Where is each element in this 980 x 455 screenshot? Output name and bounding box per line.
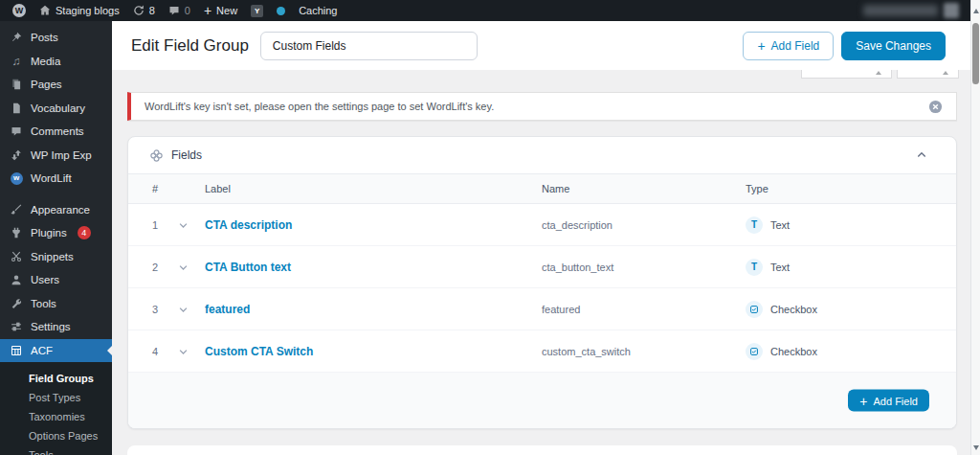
next-panel-partial: [127, 445, 957, 455]
field-row: 2 CTA Button text cta_button_text T Text: [128, 246, 956, 288]
add-field-button-footer[interactable]: + Add Field: [848, 390, 929, 412]
sidebar-item-media[interactable]: ♫ Media: [0, 50, 112, 74]
admin-sidebar: Posts ♫ Media Pages Vocabulary Comments …: [0, 21, 112, 455]
main-content: Edit Field Group + Add Field Save Change…: [112, 21, 970, 455]
sidebar-item-label: WordLift: [31, 172, 72, 184]
sidebar-item-wp-imp-exp[interactable]: WP Imp Exp: [0, 144, 112, 168]
submenu-item-post-types[interactable]: Post Types: [0, 388, 112, 407]
sidebar-item-label: Vocabulary: [31, 102, 85, 114]
sidebar-item-posts[interactable]: Posts: [0, 26, 112, 50]
new-label: New: [216, 5, 237, 16]
sidebar-item-tools[interactable]: Tools: [0, 292, 112, 316]
media-icon: ♫: [10, 56, 23, 67]
updates-count: 8: [149, 5, 155, 16]
sidebar-item-vocabulary[interactable]: Vocabulary: [0, 97, 112, 121]
checkbox-type-icon: [746, 301, 763, 318]
wp-logo-menu[interactable]: W: [6, 0, 33, 21]
field-type: Checkbox: [746, 301, 817, 318]
account-name-blurred: [863, 5, 938, 16]
updates-menu[interactable]: 8: [126, 0, 162, 21]
field-label-link[interactable]: featured: [205, 303, 250, 316]
yoast-seo-icon: Y: [251, 5, 263, 17]
acf-edit-field-group-page: W Staging blogs 8 0 + New Y: [0, 0, 980, 455]
sidebar-item-settings[interactable]: Settings: [0, 315, 112, 339]
account-area[interactable]: [863, 3, 970, 18]
text-type-icon: T: [746, 259, 763, 276]
home-icon: [39, 5, 51, 16]
field-name: custom_cta_switch: [542, 346, 631, 357]
field-name: featured: [542, 304, 580, 315]
submenu-item-options-pages[interactable]: Options Pages: [0, 426, 112, 445]
dismiss-notice-icon[interactable]: [928, 100, 943, 114]
chevron-down-icon[interactable]: [178, 262, 189, 272]
row-number: 4: [152, 346, 158, 357]
sidebar-item-pages[interactable]: Pages: [0, 73, 112, 97]
chevron-down-icon[interactable]: [178, 219, 189, 230]
partial-select-1[interactable]: [801, 70, 892, 79]
brush-icon: [10, 204, 23, 216]
row-number: 3: [152, 304, 158, 315]
text-type-icon: T: [746, 216, 763, 234]
settings-icon: [10, 321, 23, 332]
sidebar-item-wordlift[interactable]: w WordLift: [0, 167, 112, 191]
field-label-link[interactable]: CTA Button text: [205, 261, 291, 274]
plus-icon: +: [757, 39, 765, 53]
field-row: 1 CTA description cta_description T Text: [128, 204, 956, 246]
chevron-up-icon[interactable]: [916, 149, 927, 161]
plus-icon: +: [859, 394, 867, 407]
comment-bubble-icon: [168, 5, 180, 16]
field-name: cta_button_text: [542, 262, 613, 273]
status-indicator[interactable]: [270, 0, 292, 21]
submenu-item-taxonomies[interactable]: Taxonomies: [0, 407, 112, 426]
user-icon: [10, 274, 23, 285]
field-row: 4 Custom CTA Switch custom_cta_switch Ch…: [128, 330, 956, 373]
caching-menu[interactable]: Caching: [292, 0, 344, 21]
site-name-menu[interactable]: Staging blogs: [33, 0, 126, 21]
plus-icon: +: [204, 4, 212, 17]
wp-admin-bar: W Staging blogs 8 0 + New Y: [0, 0, 970, 21]
sidebar-item-appearance[interactable]: Appearance: [0, 198, 112, 222]
notice-message: WordLift's key isn't set, please open th…: [145, 101, 494, 112]
yoast-seo-menu[interactable]: Y: [244, 0, 270, 21]
sidebar-item-label: Snippets: [31, 251, 74, 262]
blue-dot-icon: [277, 7, 285, 15]
submenu-item-field-groups[interactable]: Field Groups: [0, 369, 112, 388]
field-label-link[interactable]: CTA description: [205, 218, 292, 232]
plugin-icon: [10, 227, 23, 239]
sidebar-item-label: Posts: [31, 32, 58, 43]
import-export-icon: [10, 149, 23, 161]
sidebar-item-acf[interactable]: ACF: [0, 339, 112, 363]
fields-panel-footer: + Add Field: [128, 373, 956, 428]
sidebar-item-comments[interactable]: Comments: [0, 120, 112, 144]
comments-count: 0: [185, 5, 190, 16]
submenu-item-tools[interactable]: Tools: [0, 445, 112, 455]
chevron-down-icon[interactable]: [178, 304, 189, 314]
partial-select-2[interactable]: [897, 70, 959, 79]
new-content-menu[interactable]: + New: [197, 0, 244, 21]
sidebar-item-users[interactable]: Users: [0, 268, 112, 292]
wrench-icon: [10, 298, 23, 309]
field-label-link[interactable]: Custom CTA Switch: [205, 345, 313, 358]
field-group-title-input[interactable]: [260, 32, 478, 60]
sidebar-item-snippets[interactable]: Snippets: [0, 245, 112, 269]
fields-table-header: # Label Name Type: [128, 174, 956, 204]
save-changes-button[interactable]: Save Changes: [841, 32, 946, 60]
fields-panel-title: Fields: [171, 148, 202, 162]
chevron-down-icon[interactable]: [178, 346, 189, 356]
scrollbar-thumb[interactable]: [972, 23, 979, 84]
column-label: Label: [205, 183, 231, 194]
sidebar-item-plugins[interactable]: Plugins 4: [0, 221, 112, 245]
field-row: 3 featured featured Checkbox: [128, 288, 956, 330]
sidebar-item-label: Tools: [31, 298, 56, 309]
add-field-button-header[interactable]: + Add Field: [743, 32, 834, 60]
document-icon: [10, 102, 23, 114]
scroll-up-arrow[interactable]: [973, 9, 979, 13]
page-scrollbar[interactable]: [970, 0, 980, 455]
column-number: #: [152, 183, 158, 194]
field-type: T Text: [746, 216, 790, 234]
wordlift-icon: w: [10, 172, 23, 185]
comments-menu[interactable]: 0: [162, 0, 197, 21]
sidebar-item-label: WP Imp Exp: [31, 149, 92, 161]
scroll-down-arrow[interactable]: [973, 445, 979, 450]
page-header: Edit Field Group + Add Field Save Change…: [112, 21, 970, 70]
